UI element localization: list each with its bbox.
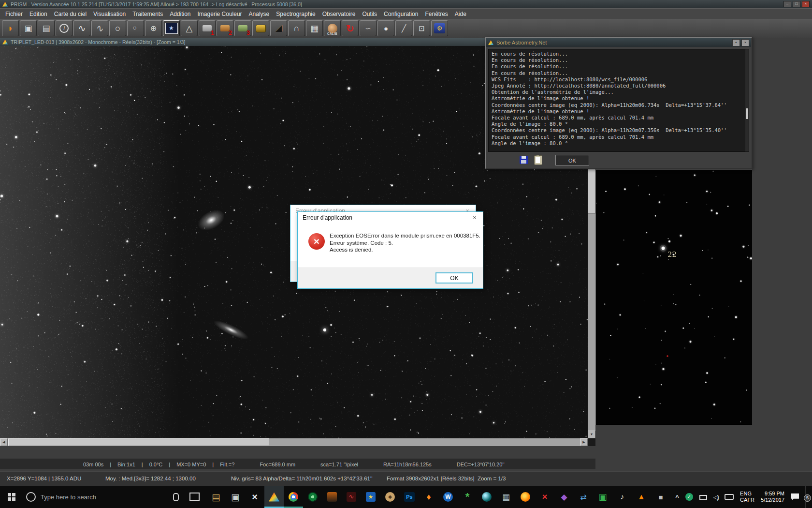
astrometry-titlebar[interactable]: Sorbe Astrometry.Net ▪ ×: [486, 38, 751, 47]
toolbar-button-observatory-setup[interactable]: ⚙: [431, 20, 448, 36]
scroll-left-arrow[interactable]: ◀: [0, 438, 8, 446]
toolbar-button-dome[interactable]: ∩: [288, 20, 305, 36]
maximize-button[interactable]: □: [793, 1, 800, 7]
toolbar-button-sync-loop[interactable]: ↻: [342, 20, 359, 36]
menu-item-6[interactable]: Imagerie Couleur: [194, 10, 246, 18]
taskbar-app-vlc-app[interactable]: ▲: [632, 486, 651, 508]
security-check-icon[interactable]: ✓: [685, 493, 693, 501]
toolbar-button-guide-tool[interactable]: ∽: [360, 20, 377, 36]
astrometry-scroll-thumb[interactable]: [746, 108, 748, 119]
taskbar-app-green-plant-app[interactable]: *: [458, 486, 477, 508]
keyboard-icon[interactable]: [725, 494, 734, 500]
taskbar-app-media-app[interactable]: ♪: [612, 486, 632, 508]
network-icon[interactable]: [699, 495, 707, 500]
toolbar-button-flat-cone[interactable]: △: [181, 20, 198, 36]
taskbar-app-compass-app[interactable]: ◆: [380, 486, 400, 508]
taskbar-app-photoshop[interactable]: Ps: [400, 486, 419, 508]
scroll-right-arrow[interactable]: ▶: [580, 438, 588, 446]
copy-log-button[interactable]: [534, 155, 542, 165]
toolbar-button-open-image[interactable]: ◗: [2, 20, 19, 36]
taskbar-app-chrome[interactable]: [284, 486, 303, 508]
taskbar-search[interactable]: Type here to search: [26, 492, 161, 502]
menu-item-13[interactable]: Aide: [451, 10, 470, 18]
menu-item-5[interactable]: Addition: [166, 10, 194, 18]
toolbar-button-image-info[interactable]: i: [56, 20, 72, 36]
menu-item-10[interactable]: Outils: [359, 10, 380, 18]
taskbar-app-eclipse-app[interactable]: [477, 486, 496, 508]
status-segment-16: DEC=+13°07'10.20'': [457, 462, 505, 467]
taskbar-app-green-window-app[interactable]: ▣: [593, 486, 612, 508]
taskbar-app-phd2-guiding[interactable]: [303, 486, 322, 508]
taskbar-app-flame-app[interactable]: ♦: [419, 486, 438, 508]
menu-item-4[interactable]: Traitements: [129, 10, 166, 18]
toolbar-button-camera-2[interactable]: 2: [217, 20, 233, 36]
log-line-6: Obtention de l'astrométrie de l'image...: [492, 89, 746, 95]
astrometry-scrollbar[interactable]: [745, 49, 749, 152]
menu-item-1[interactable]: Edition: [26, 10, 51, 18]
hidden-icons-chevron[interactable]: ^: [675, 493, 679, 501]
taskbar-app-blue-w-app[interactable]: W: [438, 486, 458, 508]
close-icon[interactable]: ×: [466, 212, 483, 224]
status-segment-7: |: [212, 462, 214, 467]
toolbar-button-mesh-grid[interactable]: ▦: [306, 20, 323, 36]
toolbar-button-note-tool[interactable]: ╱: [395, 20, 412, 36]
horizontal-scrollbar[interactable]: ◀ ▶: [0, 438, 588, 446]
taskbar-app-photo-viewer[interactable]: ▣: [226, 486, 245, 508]
taskbar-app-x-red-app[interactable]: ×: [535, 486, 554, 508]
volume-icon[interactable]: ◁): [713, 493, 718, 501]
taskbar-clock[interactable]: 9:59 PM 5/12/2017: [761, 491, 784, 503]
toolbar-button-camera-1[interactable]: 1: [199, 20, 216, 36]
menu-item-7[interactable]: Analyse: [246, 10, 273, 18]
taskbar-app-sticky-notes[interactable]: ▤: [206, 486, 226, 508]
toolbar-button-camera-3[interactable]: 3: [234, 20, 251, 36]
astrometry-ok-button[interactable]: OK: [555, 155, 589, 165]
toolbar-button-pan-zoom-tool[interactable]: ⊕: [145, 20, 162, 36]
taskbar-app-graph-tool[interactable]: ∿: [342, 486, 361, 508]
task-view-button[interactable]: [189, 493, 200, 501]
taskbar-app-backyard-eos[interactable]: [322, 486, 342, 508]
toolbar-button-preview-window[interactable]: ★: [163, 20, 180, 36]
error-ok-button[interactable]: OK: [435, 272, 473, 284]
taskbar-app-keyboard-app[interactable]: ▦: [496, 486, 516, 508]
horizontal-scroll-thumb[interactable]: [8, 438, 269, 446]
language-indicator[interactable]: ENG CAFR: [740, 491, 754, 503]
toolbar-button-save-image[interactable]: ▣: [20, 20, 37, 36]
menu-item-0[interactable]: Fichier: [2, 10, 26, 18]
toolbar-button-zoom-tool[interactable]: ○: [127, 20, 144, 36]
toolbar-button-blob-tool[interactable]: ●: [377, 20, 394, 36]
taskbar-app-x-black-app[interactable]: ×: [245, 486, 264, 508]
start-button[interactable]: [0, 486, 23, 508]
toolbar-button-export-image[interactable]: ▤: [38, 20, 55, 36]
action-center-icon[interactable]: [791, 493, 799, 500]
menu-item-11[interactable]: Configuration: [380, 10, 421, 18]
toolbar-button-counter-tool[interactable]: ⊡: [413, 20, 430, 36]
toolbar-button-curve-adjust[interactable]: ∿: [73, 20, 90, 36]
taskbar-app-prism[interactable]: [264, 486, 284, 508]
menu-item-8[interactable]: Spectrographie: [273, 10, 319, 18]
taskbar-app-sync-app[interactable]: ⇄: [574, 486, 593, 508]
close-button[interactable]: ×: [802, 1, 810, 7]
star-chart-canvas[interactable]: [596, 170, 752, 424]
taskbar-app-firefox[interactable]: [516, 486, 535, 508]
toolbar-button-telescope[interactable]: ◢: [270, 20, 287, 36]
toolbar-button-sphere-tool[interactable]: ○: [109, 20, 126, 36]
scroll-down-arrow[interactable]: ▼: [588, 431, 595, 438]
menu-item-3[interactable]: Visualisation: [90, 10, 129, 18]
toolbar-button-focuser[interactable]: [252, 20, 269, 36]
menu-item-9[interactable]: Observatoire: [319, 10, 359, 18]
taskbar-app-purple-app[interactable]: ◆: [554, 486, 574, 508]
taskbar-app-sky-map[interactable]: ★: [361, 486, 380, 508]
microphone-icon[interactable]: [173, 493, 179, 501]
menu-item-12[interactable]: Fenêtres: [421, 10, 451, 18]
taskbar-app-gray-app[interactable]: ■: [651, 486, 670, 508]
app-titlebar[interactable]: PRISM - Version Avancée 10.1.25.214 [TU:…: [0, 0, 812, 8]
toolbar-button-calib-compass[interactable]: CALIB: [324, 20, 341, 36]
minimize-button[interactable]: –: [783, 1, 791, 7]
menu-item-2[interactable]: Carte du ciel: [51, 10, 90, 18]
save-log-button[interactable]: [520, 156, 528, 164]
compass-app-icon: ◆: [385, 492, 395, 502]
search-placeholder[interactable]: Type here to search: [41, 493, 96, 501]
astrometry-close-button[interactable]: ×: [741, 39, 749, 46]
toolbar-button-curve-measure[interactable]: ∿: [91, 20, 108, 36]
astrometry-minimize-button[interactable]: ▪: [732, 39, 740, 46]
